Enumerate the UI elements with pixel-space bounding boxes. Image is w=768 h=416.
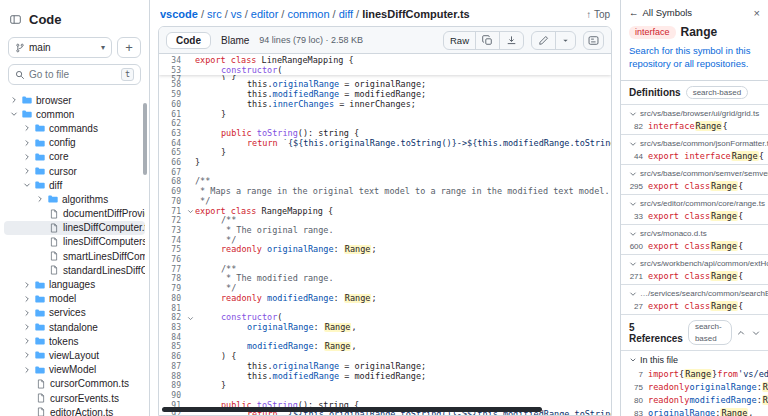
line-number[interactable]: 73 [159,226,185,236]
tab-code[interactable]: Code [166,32,211,49]
line-number[interactable]: 88 [159,372,185,382]
folder-icon [35,336,45,346]
tree-file-documentdiffprovider-ts[interactable]: documentDiffProvider.ts [4,207,145,221]
line-number[interactable]: 86 [159,352,185,362]
definition-item[interactable]: src/vs/base/common/jsonFormatter.ts44exp… [621,134,768,164]
tree-file-smartlinesdiffcomputer-ts[interactable]: smartLinesDiffComputer.ts [4,249,145,263]
line-number[interactable]: 87 [159,362,185,372]
branch-selector[interactable]: main ▾ [8,37,112,58]
line-number[interactable]: 85 [159,342,185,352]
raw-button[interactable]: Raw [444,32,476,49]
tab-blame[interactable]: Blame [218,33,252,48]
tree-folder-tokens[interactable]: tokens [4,334,145,348]
tree-folder-cursor[interactable]: cursor [4,164,145,178]
definition-item[interactable]: src/vs/base/common/semver/semver.d.ts295… [621,164,768,194]
line-number[interactable]: 64 [159,139,185,149]
tree-folder-browser[interactable]: browser [4,93,145,107]
fold-toggle[interactable] [185,207,195,217]
download-button[interactable] [500,32,523,49]
line-number[interactable]: 68 [159,177,185,187]
tree-folder-diff[interactable]: diff [4,178,145,192]
line-number[interactable]: 78 [159,274,185,284]
reference-item[interactable]: 75readonly originalRange: Range; [621,380,768,393]
tree-file-linesdiffcomputer-ts[interactable]: linesDiffComputer.ts [4,221,145,235]
definition-code: 295export class Range { [621,179,768,192]
definition-item[interactable]: …/services/search/common/searchExtTypes.… [621,284,768,314]
line-number[interactable]: 67 [159,168,185,178]
all-symbols-back-button[interactable]: ← All Symbols [629,7,692,18]
line-number[interactable]: 70 [159,197,185,207]
line-number[interactable]: 75 [159,245,185,255]
reference-item[interactable]: 83originalRange: Range, [621,406,768,416]
definition-item[interactable]: src/vs/editor/common/core/range.ts33expo… [621,194,768,224]
tree-folder-common[interactable]: common [4,107,145,121]
line-number[interactable]: 84 [159,333,185,343]
close-icon[interactable]: × [754,8,760,18]
line-number[interactable]: 34 [159,56,185,66]
line-number[interactable]: 77 [159,265,185,275]
tree-file-linesdiffcomputers-ts[interactable]: linesDiffComputers.ts [4,235,145,249]
tree-folder-services[interactable]: services [4,306,145,320]
definition-item[interactable]: src/vs/base/browser/ui/grid/grid.ts82int… [621,104,768,134]
tree-folder-commands[interactable]: commands [4,121,145,135]
tree-folder-config[interactable]: config [4,136,145,150]
line-number[interactable]: 80 [159,294,185,304]
breadcrumb-segment[interactable]: src [207,8,222,20]
tree-folder-viewmodel[interactable]: viewModel [4,363,145,377]
in-this-file-group[interactable]: In this file [621,350,768,367]
line-number[interactable]: 90 [159,391,185,401]
collapse-sidebar-icon[interactable] [10,14,21,25]
line-number[interactable]: 76 [159,255,185,265]
line-number[interactable]: 69 [159,187,185,197]
line-number[interactable]: 82 [159,313,185,323]
edit-button[interactable] [532,32,556,49]
line-number[interactable]: 72 [159,216,185,226]
tree-file-editoraction-ts[interactable]: editorAction.ts [4,405,145,416]
line-number[interactable]: 58 [159,80,185,90]
line-number[interactable]: 60 [159,100,185,110]
line-number[interactable]: 62 [159,119,185,129]
copy-button[interactable] [476,32,500,49]
tree-file-cursorevents-ts[interactable]: cursorEvents.ts [4,391,145,405]
tree-file-standardlinesdiffcompu-[interactable]: standardLinesDiffCompu… [4,263,145,277]
line-number[interactable]: 83 [159,323,185,333]
next-reference-icon[interactable] [752,329,760,337]
symbols-panel-toggle[interactable] [583,31,604,50]
fold-toggle[interactable] [185,313,195,323]
breadcrumb-segment[interactable]: vs [231,8,242,20]
tree-folder-algorithms[interactable]: algorithms [4,192,145,206]
horizontal-scrollbar[interactable] [162,407,542,412]
definition-item[interactable]: src/vs/workbench/api/common/extHostTypes… [621,254,768,284]
line-number[interactable]: 59 [159,90,185,100]
line-number[interactable]: 53 [159,66,185,76]
symbol-search-links[interactable]: Search for this symbol in this repositor… [621,45,768,81]
line-number[interactable]: 61 [159,110,185,120]
tree-file-cursorcommon-ts[interactable]: cursorCommon.ts [4,377,145,391]
breadcrumb-segment[interactable]: diff [339,8,353,20]
reference-item[interactable]: 80readonly modifiedRange: Range; [621,393,768,406]
breadcrumb-segment[interactable]: common [287,8,329,20]
line-number[interactable]: 74 [159,236,185,246]
line-number[interactable]: 63 [159,129,185,139]
line-number[interactable]: 65 [159,148,185,158]
previous-reference-icon[interactable] [737,329,745,337]
line-number[interactable]: 71 [159,207,185,217]
sidebar-scrollbar[interactable] [143,103,147,175]
breadcrumb-segment[interactable]: vscode [160,8,198,20]
edit-dropdown-button[interactable] [556,32,575,49]
add-file-button[interactable]: + [117,37,141,58]
tree-folder-model[interactable]: model [4,292,145,306]
back-to-top-link[interactable]: ↑ Top [586,9,610,20]
line-number[interactable]: 81 [159,304,185,314]
tree-folder-viewlayout[interactable]: viewLayout [4,348,145,362]
definition-item[interactable]: src/vs/monaco.d.ts600export class Range … [621,224,768,254]
line-number[interactable]: 66 [159,158,185,168]
tree-folder-standalone[interactable]: standalone [4,320,145,334]
breadcrumb-segment[interactable]: editor [251,8,279,20]
tree-folder-languages[interactable]: languages [4,277,145,291]
go-to-file-input[interactable]: Go to file t [8,64,141,85]
reference-item[interactable]: 7import { Range } from 'vs/editor/comm [621,367,768,380]
tree-folder-core[interactable]: core [4,150,145,164]
line-number[interactable]: 79 [159,284,185,294]
line-number[interactable]: 89 [159,381,185,391]
